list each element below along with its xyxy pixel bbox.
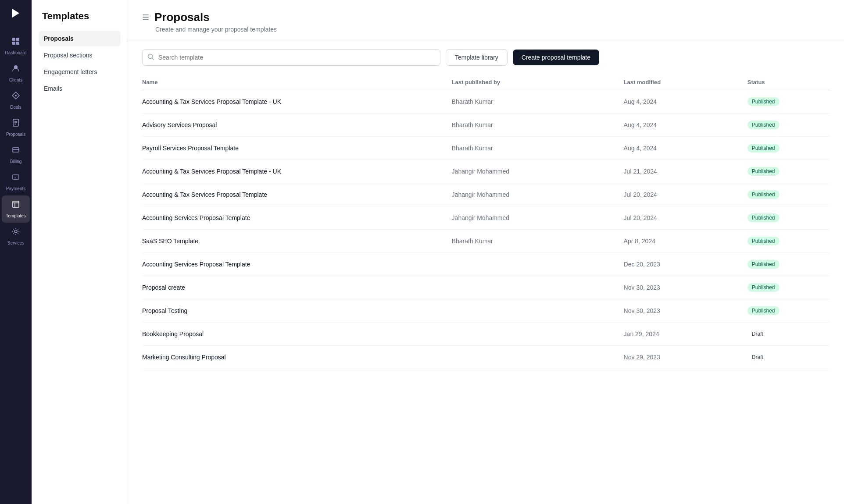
table-row[interactable]: Accounting & Tax Services Proposal Templ…: [142, 90, 830, 114]
row-modified: Aug 4, 2024: [624, 137, 747, 160]
row-publisher: Bharath Kumar: [452, 137, 624, 160]
row-status: Published: [747, 90, 830, 114]
nav-label-payments: Payments: [6, 186, 25, 191]
sidebar-item-proposal-sections[interactable]: Proposal sections: [39, 47, 121, 63]
search-icon: [147, 53, 154, 61]
table-row[interactable]: Accounting & Tax Services Proposal Templ…: [142, 183, 830, 206]
row-name: Advisory Services Proposal: [142, 114, 452, 137]
row-modified: Aug 4, 2024: [624, 114, 747, 137]
svg-rect-11: [13, 148, 19, 152]
col-header-modified: Last modified: [624, 75, 747, 90]
payments-icon: [11, 173, 20, 184]
row-modified: Apr 8, 2024: [624, 230, 747, 253]
nav-label-templates: Templates: [6, 213, 26, 218]
table-row[interactable]: Proposal create Nov 30, 2023 Published: [142, 276, 830, 299]
svg-point-6: [15, 95, 17, 96]
page-title: Proposals: [154, 11, 210, 24]
nav-label-deals: Deals: [10, 105, 21, 110]
row-publisher: [452, 323, 624, 346]
row-name: Accounting Services Proposal Template: [142, 253, 452, 276]
nav-icon-proposals[interactable]: Proposals: [2, 114, 30, 141]
svg-line-20: [152, 58, 154, 60]
status-badge: Published: [747, 306, 780, 315]
status-badge: Published: [747, 190, 780, 199]
status-badge: Published: [747, 213, 780, 222]
template-library-button[interactable]: Template library: [446, 49, 508, 66]
row-name: Marketing Consulting Proposal: [142, 346, 452, 369]
row-modified: Aug 4, 2024: [624, 90, 747, 114]
table-row[interactable]: Bookkeeping Proposal Jan 29, 2024 Draft: [142, 323, 830, 346]
table-row[interactable]: Proposal Testing Nov 30, 2023 Published: [142, 299, 830, 323]
row-publisher: [452, 346, 624, 369]
sidebar-title: Templates: [39, 11, 121, 22]
billing-icon: [11, 146, 20, 156]
row-status: Published: [747, 160, 830, 183]
proposals-table-container: Name Last published by Last modified Sta…: [128, 75, 844, 369]
row-publisher: Jahangir Mohammed: [452, 206, 624, 230]
row-modified: Jul 20, 2024: [624, 183, 747, 206]
search-input[interactable]: [142, 49, 440, 66]
clients-icon: [11, 64, 20, 75]
hamburger-icon[interactable]: ☰: [142, 13, 149, 22]
create-proposal-button[interactable]: Create proposal template: [513, 50, 599, 65]
status-badge: Published: [747, 121, 780, 129]
row-name: Accounting & Tax Services Proposal Templ…: [142, 160, 452, 183]
table-row[interactable]: SaaS SEO Template Bharath Kumar Apr 8, 2…: [142, 230, 830, 253]
nav-icon-templates[interactable]: Templates: [2, 195, 30, 223]
icon-nav: DashboardClientsDealsProposalsBillingPay…: [0, 0, 32, 504]
sidebar-item-emails[interactable]: Emails: [39, 81, 121, 96]
row-publisher: [452, 299, 624, 323]
row-publisher: Jahangir Mohammed: [452, 160, 624, 183]
svg-rect-1: [12, 38, 15, 41]
status-badge: Published: [747, 260, 780, 269]
row-name: Payroll Services Proposal Template: [142, 137, 452, 160]
nav-icon-clients[interactable]: Clients: [2, 60, 30, 87]
proposals-icon: [11, 118, 20, 129]
nav-label-services: Services: [7, 241, 24, 245]
row-publisher: Bharath Kumar: [452, 230, 624, 253]
svg-rect-15: [13, 201, 19, 207]
row-name: Proposal Testing: [142, 299, 452, 323]
row-status: Published: [747, 276, 830, 299]
nav-icon-deals[interactable]: Deals: [2, 87, 30, 114]
row-name: Proposal create: [142, 276, 452, 299]
row-modified: Dec 20, 2023: [624, 253, 747, 276]
table-row[interactable]: Accounting & Tax Services Proposal Templ…: [142, 160, 830, 183]
nav-icon-dashboard[interactable]: Dashboard: [2, 32, 30, 60]
nav-icon-billing[interactable]: Billing: [2, 141, 30, 168]
col-header-status: Status: [747, 75, 830, 90]
nav-icon-services[interactable]: Services: [2, 223, 30, 250]
row-status: Draft: [747, 323, 830, 346]
row-name: Accounting & Tax Services Proposal Templ…: [142, 183, 452, 206]
main-content: ☰ Proposals Create and manage your propo…: [128, 0, 844, 504]
sidebar-item-engagement-letters[interactable]: Engagement letters: [39, 64, 121, 80]
proposals-table: Name Last published by Last modified Sta…: [142, 75, 830, 369]
row-status: Published: [747, 299, 830, 323]
table-row[interactable]: Payroll Services Proposal Template Bhara…: [142, 137, 830, 160]
table-row[interactable]: Accounting Services Proposal Template De…: [142, 253, 830, 276]
col-header-name: Name: [142, 75, 452, 90]
row-modified: Nov 30, 2023: [624, 299, 747, 323]
nav-label-clients: Clients: [9, 78, 23, 82]
row-modified: Jan 29, 2024: [624, 323, 747, 346]
row-name: Accounting & Tax Services Proposal Templ…: [142, 90, 452, 114]
table-row[interactable]: Advisory Services Proposal Bharath Kumar…: [142, 114, 830, 137]
table-header-row: Name Last published by Last modified Sta…: [142, 75, 830, 90]
nav-label-billing: Billing: [10, 159, 22, 164]
col-header-publisher: Last published by: [452, 75, 624, 90]
status-badge: Published: [747, 144, 780, 153]
status-badge: Published: [747, 97, 780, 106]
sidebar-item-proposals[interactable]: Proposals: [39, 31, 121, 46]
row-publisher: [452, 253, 624, 276]
row-publisher: [452, 276, 624, 299]
nav-label-proposals: Proposals: [6, 132, 25, 137]
row-name: SaaS SEO Template: [142, 230, 452, 253]
table-row[interactable]: Marketing Consulting Proposal Nov 29, 20…: [142, 346, 830, 369]
row-status: Published: [747, 114, 830, 137]
row-status: Published: [747, 230, 830, 253]
row-name: Bookkeeping Proposal: [142, 323, 452, 346]
row-status: Published: [747, 137, 830, 160]
nav-icon-payments[interactable]: Payments: [2, 168, 30, 195]
table-row[interactable]: Accounting Services Proposal Template Ja…: [142, 206, 830, 230]
row-modified: Nov 29, 2023: [624, 346, 747, 369]
